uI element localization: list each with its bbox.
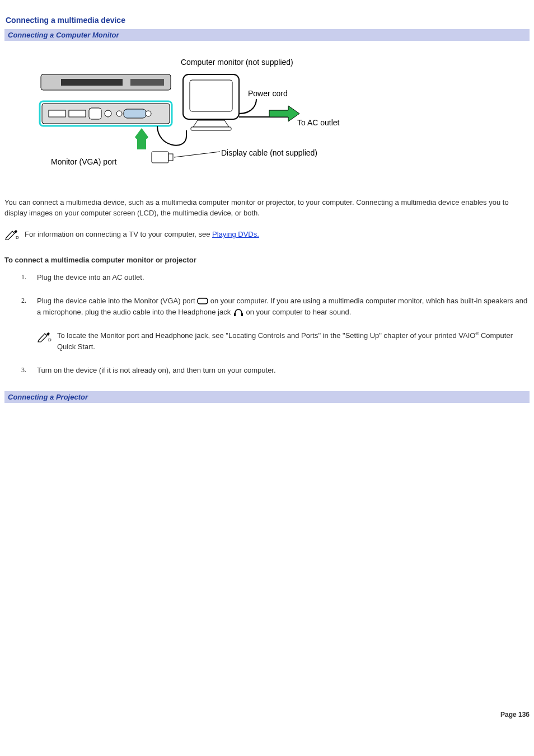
section-header-monitor: Connecting a Computer Monitor: [4, 29, 530, 41]
svg-rect-6: [69, 110, 86, 117]
svg-rect-18: [137, 137, 146, 149]
svg-rect-5: [49, 110, 65, 117]
svg-rect-1: [61, 79, 123, 86]
page-title: Connecting a multimedia device: [6, 16, 530, 25]
svg-rect-23: [241, 313, 243, 316]
svg-rect-15: [152, 152, 168, 163]
step-2-note: D To locate the Monitor port and Headpho…: [37, 330, 530, 353]
svg-rect-7: [89, 108, 101, 119]
link-playing-dvds[interactable]: Playing DVDs.: [212, 230, 259, 238]
procedure-heading: To connect a multimedia computer monitor…: [4, 256, 530, 264]
section-header-projector: Connecting a Projector: [4, 391, 530, 403]
svg-rect-22: [234, 313, 236, 316]
label-vga-port: Monitor (VGA) port: [51, 157, 116, 166]
step-3: Turn on the device (if it is not already…: [21, 365, 530, 388]
step-1: Plug the device into an AC outlet.: [21, 272, 530, 295]
svg-point-8: [105, 110, 111, 117]
svg-line-17: [174, 152, 220, 157]
connection-diagram: Computer monitor (not supplied) Power co…: [35, 58, 530, 175]
steps-list: Plug the device into an AC outlet. Plug …: [21, 272, 530, 389]
svg-point-11: [146, 111, 151, 116]
step-2: Plug the device cable into the Monitor (…: [21, 295, 530, 365]
label-display-cable: Display cable (not supplied): [221, 148, 317, 157]
note-tv: D For information on connecting a TV to …: [4, 229, 530, 240]
label-ac-outlet: To AC outlet: [297, 118, 340, 127]
note-text: For information on connecting a TV to yo…: [25, 230, 259, 238]
label-monitor: Computer monitor (not supplied): [181, 58, 293, 67]
svg-text:D: D: [48, 337, 51, 342]
svg-rect-13: [190, 80, 232, 111]
note-icon: D: [4, 229, 19, 240]
vga-port-icon: [197, 297, 208, 306]
intro-paragraph: You can connect a multimedia device, suc…: [4, 198, 530, 219]
note-icon: D: [37, 331, 51, 342]
label-power-cord: Power cord: [248, 89, 288, 98]
svg-rect-21: [198, 298, 208, 304]
page-number: Page 136: [4, 711, 530, 719]
svg-rect-16: [168, 154, 173, 161]
svg-rect-10: [124, 109, 146, 118]
svg-rect-2: [130, 79, 164, 86]
headphone-icon: [233, 308, 244, 317]
svg-rect-14: [191, 127, 231, 130]
svg-point-9: [116, 111, 122, 116]
svg-text:D: D: [16, 235, 19, 240]
